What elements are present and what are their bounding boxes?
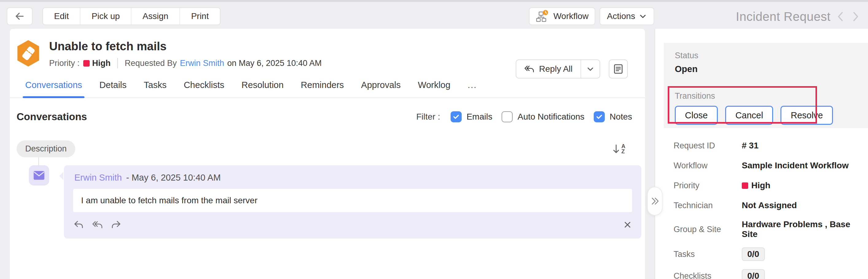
next-request-button[interactable] xyxy=(850,9,861,24)
assign-button[interactable]: Assign xyxy=(131,8,179,25)
detail-value-workflow: Sample Incident Workflow xyxy=(742,161,849,171)
filter-auto-notifications-label: Auto Notifications xyxy=(518,112,585,122)
chevron-right-icon xyxy=(850,10,861,23)
incident-ticket-icon xyxy=(16,39,41,67)
title-meta: Unable to fetch mails Priority : High Re… xyxy=(49,39,321,68)
forward-icon[interactable] xyxy=(111,220,121,229)
cancel-transition-button[interactable]: Cancel xyxy=(725,106,773,125)
tab-conversations[interactable]: Conversations xyxy=(25,80,82,98)
conversation-card: Erwin Smith - May 6, 2025 10:40 AM I am … xyxy=(64,165,641,239)
double-chevron-right-icon xyxy=(650,196,659,206)
chevron-down-icon xyxy=(639,12,647,20)
actions-button[interactable]: Actions xyxy=(599,7,654,25)
actions-button-label: Actions xyxy=(607,11,635,21)
chevron-left-icon xyxy=(835,10,846,23)
detail-value-checklists: 0/0 xyxy=(742,269,765,279)
detail-label-group-site: Group & Site xyxy=(674,225,742,234)
conversations-heading: Conversations xyxy=(17,111,87,123)
email-icon xyxy=(29,165,49,185)
detail-value-priority: High xyxy=(742,181,770,190)
priority-color-swatch xyxy=(83,60,90,67)
toolbar: Edit Pick up Assign Print Workflow Actio… xyxy=(0,2,868,29)
auto-notifications-checkbox[interactable] xyxy=(502,111,513,122)
request-details-list: Request ID # 31 Workflow Sample Incident… xyxy=(674,140,868,279)
detail-value-tasks: 0/0 xyxy=(742,247,765,261)
pickup-button[interactable]: Pick up xyxy=(80,8,131,25)
tab-checklists[interactable]: Checklists xyxy=(184,80,224,98)
reply-all-icon[interactable] xyxy=(92,220,102,229)
tab-worklog[interactable]: Worklog xyxy=(418,80,451,98)
collapse-panel-button[interactable] xyxy=(647,187,662,215)
detail-label-priority: Priority xyxy=(674,181,742,190)
header-right-actions: Workflow Actions xyxy=(529,7,654,25)
reply-all-button[interactable]: Reply All xyxy=(516,60,581,78)
filter-emails[interactable]: Emails xyxy=(451,111,492,122)
reply-all-icon xyxy=(524,65,534,73)
collapse-conversation-icon[interactable] xyxy=(623,221,631,229)
requester-link[interactable]: Erwin Smith xyxy=(180,59,224,68)
conversation-message: I am unable to fetch mails from the mail… xyxy=(73,189,632,212)
status-value: Open xyxy=(675,64,868,74)
detail-label-request-id: Request ID xyxy=(674,141,742,150)
status-panel: Status Open Transitions Close Cancel Res… xyxy=(664,43,868,128)
arrow-left-icon xyxy=(14,11,25,22)
conversation-item: Erwin Smith - May 6, 2025 10:40 AM I am … xyxy=(10,165,645,239)
previous-request-button[interactable] xyxy=(835,9,846,24)
notes-checkbox[interactable] xyxy=(594,111,605,122)
timeline-connector xyxy=(38,157,39,165)
detail-label-checklists: Checklists xyxy=(674,271,742,279)
filter-notes[interactable]: Notes xyxy=(594,111,632,122)
reply-icon[interactable] xyxy=(74,220,84,229)
check-icon xyxy=(595,113,603,120)
chevron-down-icon xyxy=(586,65,594,73)
detail-value-technician: Not Assigned xyxy=(742,201,797,210)
conversation-sender-link[interactable]: Erwin Smith xyxy=(74,173,122,183)
notes-icon xyxy=(613,64,623,74)
detail-row-workflow: Workflow Sample Incident Workflow xyxy=(674,160,868,171)
resolve-transition-button[interactable]: Resolve xyxy=(780,106,833,125)
reply-all-label: Reply All xyxy=(539,64,572,74)
conversation-header: Erwin Smith - May 6, 2025 10:40 AM xyxy=(64,165,641,189)
arrow-down-icon xyxy=(612,144,620,154)
tab-approvals[interactable]: Approvals xyxy=(361,80,401,98)
request-title-row: Unable to fetch mails Priority : High Re… xyxy=(10,39,645,68)
sort-icon[interactable]: AZ xyxy=(612,144,625,154)
priority-value: High xyxy=(92,59,111,68)
check-icon xyxy=(453,113,460,120)
detail-value-group-site: Hardware Problems , Base Site xyxy=(742,219,868,239)
conversation-filters: Filter : Emails Auto Notifications Notes xyxy=(416,111,632,122)
priority-color-swatch xyxy=(742,182,748,189)
conversation-notes-button[interactable] xyxy=(609,60,628,78)
tab-reminders[interactable]: Reminders xyxy=(301,80,344,98)
detail-row-priority: Priority High xyxy=(674,180,868,191)
detail-label-tasks: Tasks xyxy=(674,250,742,259)
conversations-section-head: Conversations Filter : Emails Auto Notif… xyxy=(10,111,645,123)
detail-value-request-id: # 31 xyxy=(742,141,758,150)
tab-resolution[interactable]: Resolution xyxy=(241,80,283,98)
back-button[interactable] xyxy=(7,7,33,25)
requested-by-label: Requested By xyxy=(125,59,177,68)
filter-auto-notifications[interactable]: Auto Notifications xyxy=(502,111,585,122)
print-button[interactable]: Print xyxy=(179,8,220,25)
tab-more[interactable]: ... xyxy=(467,80,477,98)
close-icon xyxy=(623,221,631,229)
checklists-count-badge[interactable]: 0/0 xyxy=(742,269,765,279)
details-sidebar: Status Open Transitions Close Cancel Res… xyxy=(655,29,868,279)
filter-emails-label: Emails xyxy=(467,112,492,122)
tab-tasks[interactable]: Tasks xyxy=(144,80,166,98)
workflow-icon xyxy=(536,9,549,23)
tasks-count-badge[interactable]: 0/0 xyxy=(742,247,765,261)
emails-checkbox[interactable] xyxy=(451,111,462,122)
edit-button[interactable]: Edit xyxy=(43,8,80,25)
detail-row-request-id: Request ID # 31 xyxy=(674,140,868,151)
filter-notes-label: Notes xyxy=(610,112,632,122)
description-chip[interactable]: Description xyxy=(17,140,75,157)
conversation-footer xyxy=(64,212,641,239)
reply-options-dropdown[interactable] xyxy=(581,60,599,78)
request-title: Unable to fetch mails xyxy=(49,40,321,53)
tab-details[interactable]: Details xyxy=(99,80,127,98)
workflow-button[interactable]: Workflow xyxy=(529,7,595,25)
detail-label-technician: Technician xyxy=(674,201,742,210)
status-label: Status xyxy=(675,51,868,60)
close-transition-button[interactable]: Close xyxy=(675,106,718,125)
